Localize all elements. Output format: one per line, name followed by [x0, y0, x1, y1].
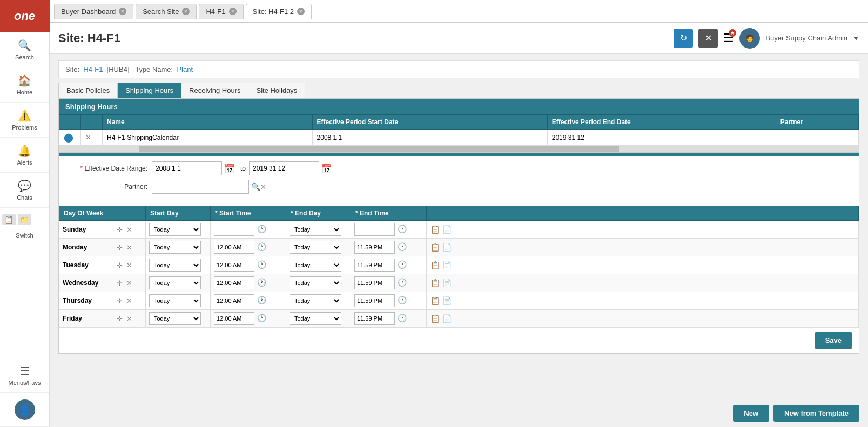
dow-row[interactable]: Thursday ✛ ✕ TodayNext DayPrevious Day 🕐…: [59, 292, 859, 310]
dow-row-actions[interactable]: 📋 📄: [427, 310, 859, 328]
dow-row-actions[interactable]: 📋 📄: [427, 292, 859, 310]
tab-close-search-site[interactable]: ✕: [182, 8, 190, 15]
sidebar-item-menus-favs[interactable]: ☰ Menus/Favs: [0, 358, 49, 393]
dow-start-day[interactable]: TodayNext DayPrevious Day: [146, 239, 211, 256]
start-time-clock-icon[interactable]: 🕐: [257, 242, 266, 251]
row-delete-icon[interactable]: ✕: [126, 279, 132, 287]
dow-table-scroll[interactable]: Day Of Week Start Day * Start Time * End…: [59, 204, 859, 328]
user-dropdown-arrow[interactable]: ▼: [853, 35, 859, 42]
dow-start-time[interactable]: 🕐: [211, 239, 286, 256]
dow-start-day[interactable]: TodayNext DayPrevious Day: [146, 274, 211, 292]
close-page-button[interactable]: ✕: [698, 29, 718, 48]
start-time-input[interactable]: [214, 241, 254, 254]
new-button[interactable]: New: [733, 405, 769, 422]
end-time-clock-icon[interactable]: 🕐: [398, 314, 407, 322]
app-logo[interactable]: one: [0, 0, 50, 32]
tab-close-h4-f1[interactable]: ✕: [229, 8, 237, 15]
start-time-input[interactable]: [214, 276, 254, 289]
favorites-button[interactable]: ☰ ★: [723, 31, 734, 45]
dow-row-actions[interactable]: 📋 📄: [427, 221, 859, 239]
paste-icon[interactable]: 📄: [442, 296, 452, 305]
end-day-select[interactable]: TodayNext DayPrevious Day: [290, 241, 341, 254]
paste-icon[interactable]: 📄: [442, 279, 452, 287]
dow-start-day[interactable]: TodayNext DayPrevious Day: [146, 256, 211, 274]
end-time-input[interactable]: [354, 241, 395, 254]
sub-tab-site-holidays[interactable]: Site Holidays: [248, 83, 305, 98]
move-icon[interactable]: ✛: [117, 243, 123, 252]
sub-tab-shipping-hours[interactable]: Shipping Hours: [118, 83, 181, 98]
sidebar-item-switch[interactable]: 📋 📁: [0, 208, 49, 232]
save-button[interactable]: Save: [815, 332, 852, 349]
dow-start-day[interactable]: TodayNext DayPrevious Day: [146, 292, 211, 310]
start-time-clock-icon[interactable]: 🕐: [257, 225, 266, 233]
paste-icon[interactable]: 📄: [442, 225, 452, 234]
paste-icon[interactable]: 📄: [442, 243, 452, 252]
end-day-select[interactable]: TodayNext DayPrevious Day: [290, 276, 341, 289]
partner-lookup-icon[interactable]: 🔍: [251, 182, 260, 191]
tab-close-buyer-dashboard[interactable]: ✕: [119, 8, 126, 15]
start-time-clock-icon[interactable]: 🕐: [257, 314, 266, 322]
new-from-template-button[interactable]: New from Template: [773, 405, 859, 422]
start-date-input[interactable]: [152, 161, 222, 175]
sidebar-item-search[interactable]: 🔍 Search: [0, 32, 49, 67]
end-day-select[interactable]: TodayNext DayPrevious Day: [290, 259, 341, 272]
dow-row[interactable]: Friday ✛ ✕ TodayNext DayPrevious Day 🕐 T…: [59, 310, 859, 328]
row-delete-icon[interactable]: ✕: [126, 315, 132, 323]
dow-end-time[interactable]: 🕐: [351, 310, 427, 328]
start-time-clock-icon[interactable]: 🕐: [257, 260, 266, 269]
dow-start-time[interactable]: 🕐: [211, 310, 286, 328]
row-delete-icon[interactable]: ✕: [126, 226, 132, 234]
dow-end-day[interactable]: TodayNext DayPrevious Day: [286, 256, 351, 274]
dow-end-time[interactable]: 🕐: [351, 239, 427, 256]
start-time-input[interactable]: [214, 223, 254, 236]
row-delete-icon[interactable]: ✕: [126, 243, 132, 252]
dow-end-day[interactable]: TodayNext DayPrevious Day: [286, 221, 351, 239]
end-time-clock-icon[interactable]: 🕐: [398, 296, 407, 304]
dow-row[interactable]: Sunday ✛ ✕ TodayNext DayPrevious Day 🕐 T…: [59, 221, 859, 239]
row-delete-icon[interactable]: ✕: [126, 297, 132, 305]
end-time-input[interactable]: [354, 276, 395, 289]
dow-end-day[interactable]: TodayNext DayPrevious Day: [286, 274, 351, 292]
move-icon[interactable]: ✛: [117, 315, 123, 323]
row-delete-icon[interactable]: ✕: [126, 261, 132, 269]
move-icon[interactable]: ✛: [117, 279, 123, 287]
dow-end-time[interactable]: 🕐: [351, 292, 427, 310]
start-date-calendar-icon[interactable]: 📅: [224, 164, 235, 174]
move-icon[interactable]: ✛: [117, 297, 123, 305]
dow-row-actions[interactable]: 📋 📄: [427, 256, 859, 274]
tab-close-site-h4-f1-2[interactable]: ✕: [297, 8, 305, 15]
dow-start-time[interactable]: 🕐: [211, 292, 286, 310]
end-date-calendar-icon[interactable]: 📅: [321, 164, 332, 174]
dow-start-day[interactable]: TodayNext DayPrevious Day: [146, 221, 211, 239]
sidebar-item-user-avatar-bottom[interactable]: 👤: [0, 393, 49, 427]
dow-start-day[interactable]: TodayNext DayPrevious Day: [146, 310, 211, 328]
dow-end-day[interactable]: TodayNext DayPrevious Day: [286, 310, 351, 328]
end-time-clock-icon[interactable]: 🕐: [398, 260, 407, 269]
dow-row[interactable]: Wednesday ✛ ✕ TodayNext DayPrevious Day …: [59, 274, 859, 292]
dow-start-time[interactable]: 🕐: [211, 274, 286, 292]
copy-icon[interactable]: 📋: [430, 296, 440, 305]
paste-icon[interactable]: 📄: [442, 314, 452, 323]
copy-icon[interactable]: 📋: [430, 261, 440, 269]
dow-start-time[interactable]: 🕐: [211, 221, 286, 239]
tab-h4-f1[interactable]: H4-F1 ✕: [199, 4, 243, 19]
start-day-select[interactable]: TodayNext DayPrevious Day: [149, 223, 201, 236]
sidebar-item-problems[interactable]: ⚠️ Problems: [0, 103, 49, 138]
start-day-select[interactable]: TodayNext DayPrevious Day: [149, 259, 201, 272]
end-time-clock-icon[interactable]: 🕐: [398, 242, 407, 251]
end-day-select[interactable]: TodayNext DayPrevious Day: [290, 312, 341, 325]
tab-buyer-dashboard[interactable]: Buyer Dashboard ✕: [54, 4, 133, 19]
copy-icon[interactable]: 📋: [430, 243, 440, 252]
start-day-select[interactable]: TodayNext DayPrevious Day: [149, 276, 201, 289]
end-time-clock-icon[interactable]: 🕐: [398, 225, 407, 233]
sub-tab-receiving-hours[interactable]: Receiving Hours: [181, 83, 248, 98]
end-date-input[interactable]: [249, 161, 319, 175]
end-day-select[interactable]: TodayNext DayPrevious Day: [290, 223, 341, 236]
copy-icon[interactable]: 📋: [430, 225, 440, 234]
start-time-input[interactable]: [214, 259, 254, 272]
horizontal-scrollbar[interactable]: [59, 146, 859, 152]
dow-row-actions[interactable]: 📋 📄: [427, 239, 859, 256]
partner-input[interactable]: [152, 180, 249, 194]
start-day-select[interactable]: TodayNext DayPrevious Day: [149, 294, 201, 307]
dow-start-time[interactable]: 🕐: [211, 256, 286, 274]
